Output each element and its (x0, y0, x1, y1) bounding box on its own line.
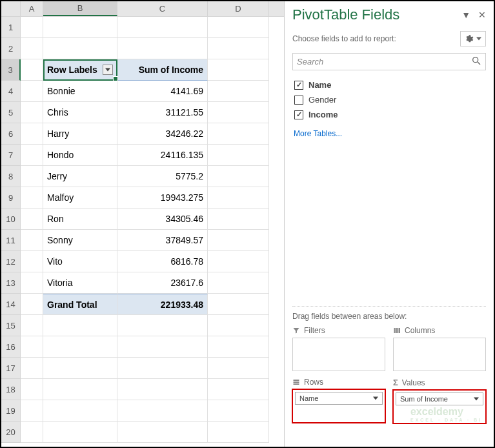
row-header-14[interactable]: 14 (1, 294, 21, 315)
cell-b16[interactable] (43, 336, 117, 358)
more-tables-link[interactable]: More Tables... (292, 125, 486, 142)
cell-b11[interactable]: Sonny (43, 230, 117, 251)
col-header-b[interactable]: B (43, 1, 117, 16)
cell-b3[interactable]: Row Labels (43, 59, 117, 81)
field-name[interactable]: Name (293, 77, 485, 92)
cell-c3[interactable]: Sum of Income (117, 59, 208, 81)
cell-d16[interactable] (208, 336, 269, 358)
pane-dropdown-icon[interactable]: ▼ (461, 10, 470, 20)
cell-b1[interactable] (43, 17, 117, 38)
cell-b12[interactable]: Vito (43, 251, 117, 272)
cell-d11[interactable] (208, 230, 269, 251)
cell-b6[interactable]: Harry (43, 123, 117, 145)
cell-d1[interactable] (208, 17, 269, 38)
cell-d4[interactable] (208, 81, 269, 102)
cell-d6[interactable] (208, 123, 269, 145)
cell-a6[interactable] (21, 123, 43, 145)
cell-a14[interactable] (21, 294, 43, 315)
cell-b15[interactable] (43, 315, 117, 336)
checkbox[interactable] (294, 81, 303, 90)
checkbox[interactable] (294, 110, 303, 119)
row-header-5[interactable]: 5 (1, 102, 21, 123)
cell-b7[interactable]: Hondo (43, 145, 117, 166)
cell-c5[interactable]: 31121.55 (117, 102, 208, 123)
cell-b20[interactable] (43, 422, 117, 443)
row-header-17[interactable]: 17 (1, 358, 21, 379)
cell-d18[interactable] (208, 379, 269, 400)
cell-c19[interactable] (117, 400, 208, 422)
cell-c7[interactable]: 24116.135 (117, 145, 208, 166)
cell-d15[interactable] (208, 315, 269, 336)
cell-c2[interactable] (117, 38, 208, 59)
cell-d19[interactable] (208, 400, 269, 422)
cell-c17[interactable] (117, 358, 208, 379)
cell-a5[interactable] (21, 102, 43, 123)
cell-d7[interactable] (208, 145, 269, 166)
cell-a7[interactable] (21, 145, 43, 166)
cell-a4[interactable] (21, 81, 43, 102)
cell-a10[interactable] (21, 209, 43, 230)
cell-c9[interactable]: 19943.275 (117, 187, 208, 209)
cell-a20[interactable] (21, 422, 43, 443)
row-header-2[interactable]: 2 (1, 38, 21, 59)
cell-c18[interactable] (117, 379, 208, 400)
cell-b17[interactable] (43, 358, 117, 379)
cell-b8[interactable]: Jerry (43, 166, 117, 187)
row-header-1[interactable]: 1 (1, 17, 21, 38)
row-header-18[interactable]: 18 (1, 379, 21, 400)
cell-b13[interactable]: Vitoria (43, 272, 117, 294)
row-header-15[interactable]: 15 (1, 315, 21, 336)
cell-c14[interactable]: 221933.48 (117, 294, 208, 315)
cell-a16[interactable] (21, 336, 43, 358)
checkbox[interactable] (294, 96, 303, 105)
area-pill-name[interactable]: Name (295, 392, 383, 405)
columns-area[interactable]: Columns (393, 326, 486, 371)
cell-d8[interactable] (208, 166, 269, 187)
search-input[interactable]: Search (292, 53, 486, 70)
cell-d12[interactable] (208, 251, 269, 272)
cell-c8[interactable]: 5775.2 (117, 166, 208, 187)
cell-a11[interactable] (21, 230, 43, 251)
cell-b2[interactable] (43, 38, 117, 59)
row-header-20[interactable]: 20 (1, 422, 21, 443)
cell-c11[interactable]: 37849.57 (117, 230, 208, 251)
cell-d5[interactable] (208, 102, 269, 123)
cell-c13[interactable]: 23617.6 (117, 272, 208, 294)
row-header-3[interactable]: 3 (1, 59, 21, 81)
cell-d2[interactable] (208, 38, 269, 59)
cell-b18[interactable] (43, 379, 117, 400)
cell-b5[interactable]: Chris (43, 102, 117, 123)
pane-close-icon[interactable]: ✕ (478, 10, 486, 20)
cell-c4[interactable]: 4141.69 (117, 81, 208, 102)
row-labels-dropdown[interactable] (103, 65, 113, 75)
cell-a12[interactable] (21, 251, 43, 272)
cell-a3[interactable] (21, 59, 43, 81)
cell-b4[interactable]: Bonnie (43, 81, 117, 102)
row-header-16[interactable]: 16 (1, 336, 21, 358)
cell-b19[interactable] (43, 400, 117, 422)
col-header-c[interactable]: C (117, 1, 208, 16)
cell-c10[interactable]: 34305.46 (117, 209, 208, 230)
row-header-4[interactable]: 4 (1, 81, 21, 102)
row-header-11[interactable]: 11 (1, 230, 21, 251)
cell-b9[interactable]: Malfoy (43, 187, 117, 209)
select-all-corner[interactable] (1, 1, 21, 16)
cell-d17[interactable] (208, 358, 269, 379)
cell-c16[interactable] (117, 336, 208, 358)
row-header-9[interactable]: 9 (1, 187, 21, 209)
cell-a9[interactable] (21, 187, 43, 209)
cell-a15[interactable] (21, 315, 43, 336)
rows-area[interactable]: Rows Name (292, 378, 385, 423)
filters-area[interactable]: Filters (292, 326, 385, 371)
cell-d14[interactable] (208, 294, 269, 315)
row-header-8[interactable]: 8 (1, 166, 21, 187)
cell-d13[interactable] (208, 272, 269, 294)
pane-settings-button[interactable] (460, 31, 486, 46)
cell-a1[interactable] (21, 17, 43, 38)
cell-c20[interactable] (117, 422, 208, 443)
field-gender[interactable]: Gender (293, 92, 485, 107)
row-header-13[interactable]: 13 (1, 272, 21, 294)
cell-a18[interactable] (21, 379, 43, 400)
row-header-19[interactable]: 19 (1, 400, 21, 422)
cell-d20[interactable] (208, 422, 269, 443)
